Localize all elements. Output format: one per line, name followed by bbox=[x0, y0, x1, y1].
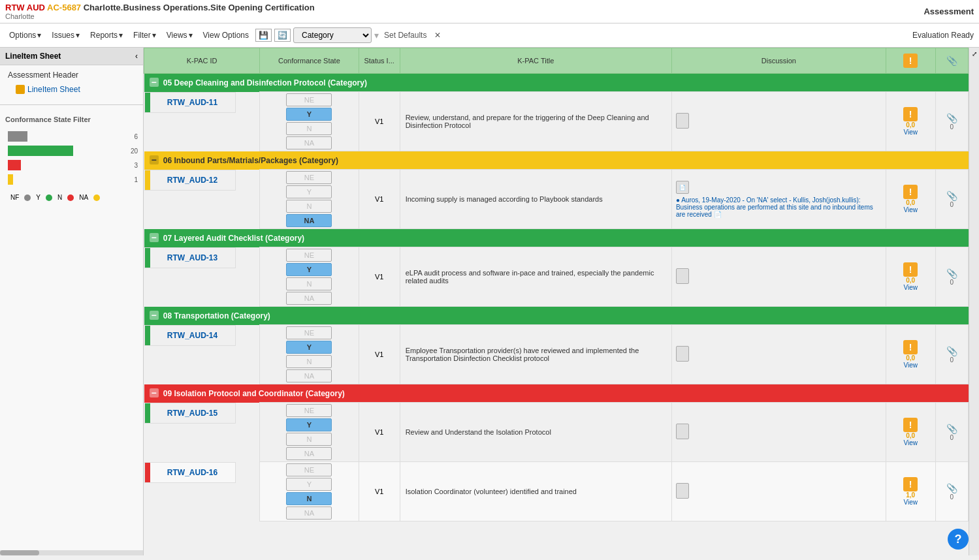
conf-n-aud14[interactable]: N bbox=[286, 355, 332, 368]
issues-button[interactable]: Issues ▾ bbox=[48, 29, 84, 41]
sidebar-scrollbar-thumb[interactable] bbox=[0, 550, 39, 555]
warning-icon-aud16[interactable]: ! bbox=[903, 477, 918, 491]
view-link-aud15[interactable]: View bbox=[903, 439, 918, 446]
conf-y-aud11[interactable]: Y bbox=[286, 108, 332, 121]
save-icon-button[interactable]: 💾 bbox=[255, 29, 272, 42]
category-collapse-05[interactable]: − bbox=[150, 78, 159, 87]
reports-button[interactable]: Reports ▾ bbox=[86, 29, 127, 41]
options-button[interactable]: Options ▾ bbox=[5, 29, 45, 41]
set-defaults-button[interactable]: Set Defaults bbox=[381, 29, 429, 41]
doc-icon-aud13[interactable] bbox=[676, 268, 689, 284]
sidebar-item-lineitem-sheet[interactable]: LineItem Sheet bbox=[0, 82, 143, 97]
header-paperclip-icon: 📎 bbox=[946, 55, 957, 66]
warning-icon-aud14[interactable]: ! bbox=[903, 340, 918, 354]
conf-y-aud15[interactable]: Y bbox=[286, 418, 332, 431]
content-area[interactable]: K-PAC ID Conformance State Status I... K… bbox=[144, 48, 969, 555]
conf-y-aud14[interactable]: Y bbox=[286, 341, 332, 354]
conf-n-aud12[interactable]: N bbox=[286, 200, 332, 213]
doc-icon-aud11[interactable] bbox=[676, 113, 689, 129]
conf-ne-aud15[interactable]: NE bbox=[286, 404, 332, 417]
conf-ne-aud16[interactable]: NE bbox=[286, 463, 332, 476]
warning-icon-aud13[interactable]: ! bbox=[903, 262, 918, 277]
kpac-id-link-aud16[interactable]: RTW_AUD-16 bbox=[167, 468, 217, 477]
warning-cell-aud14: ! 0,0 View bbox=[886, 325, 935, 384]
sidebar-header: LineItem Sheet ‹ bbox=[0, 48, 143, 65]
conf-ne-aud14[interactable]: NE bbox=[286, 326, 332, 339]
restore-icon-button[interactable]: 🔄 bbox=[274, 29, 291, 42]
sidebar-collapse-button[interactable]: ‹ bbox=[135, 52, 138, 61]
warning-icon-aud11[interactable]: ! bbox=[903, 107, 918, 121]
view-link-aud12[interactable]: View bbox=[903, 206, 918, 213]
conf-y-aud16[interactable]: Y bbox=[286, 478, 332, 491]
filter-button[interactable]: Filter ▾ bbox=[129, 29, 160, 41]
view-link-aud11[interactable]: View bbox=[903, 129, 918, 136]
conf-ne-aud11[interactable]: NE bbox=[286, 93, 332, 106]
views-button[interactable]: Views ▾ bbox=[163, 29, 197, 41]
conformance-options-aud12: NE Y N NA bbox=[261, 171, 357, 227]
warning-icon-aud15[interactable]: ! bbox=[903, 418, 918, 432]
legend-n-label: N bbox=[57, 194, 62, 201]
eval-ready-label: Evaluation Ready bbox=[912, 31, 974, 40]
paperclip-icon-aud16[interactable]: 📎 bbox=[946, 483, 957, 493]
paperclip-icon-aud14[interactable]: 📎 bbox=[946, 346, 957, 356]
legend-na-label: NA bbox=[79, 194, 88, 201]
view-link-aud16[interactable]: View bbox=[903, 499, 918, 506]
header-kpac-title: K-PAC Title bbox=[400, 48, 671, 74]
category-row-07: − 07 Layered Audit Checklist (Category) bbox=[144, 229, 969, 247]
sidebar-scrollbar[interactable] bbox=[0, 550, 143, 555]
paperclip-icon-aud11[interactable]: 📎 bbox=[946, 113, 957, 123]
view-options-button[interactable]: View Options bbox=[199, 29, 253, 41]
sidebar-item-assessment-header[interactable]: Assessment Header bbox=[0, 68, 143, 82]
expand-right-button[interactable]: ⤢ bbox=[969, 48, 979, 60]
count-view-aud11: 0,0 View bbox=[889, 121, 933, 136]
category-collapse-09[interactable]: − bbox=[150, 388, 159, 397]
category-collapse-06[interactable]: − bbox=[150, 155, 159, 164]
conf-ne-aud12[interactable]: NE bbox=[286, 171, 332, 184]
doc-icon-aud16[interactable] bbox=[676, 483, 689, 499]
clear-defaults-button[interactable]: ✕ bbox=[432, 29, 443, 41]
kpac-id-link-aud12[interactable]: RTW_AUD-12 bbox=[167, 176, 217, 185]
count-view-aud13: 0,0 View bbox=[889, 277, 933, 291]
conformance-options-aud16: NE Y N NA bbox=[261, 463, 357, 520]
conf-na-aud13[interactable]: NA bbox=[286, 292, 332, 305]
conf-na-aud16[interactable]: NA bbox=[286, 506, 332, 520]
category-select[interactable]: Category bbox=[293, 27, 372, 43]
doc-icon-aud14[interactable] bbox=[676, 346, 689, 362]
category-collapse-07[interactable]: − bbox=[150, 233, 159, 242]
doc-icon-aud12[interactable]: 📄 bbox=[676, 181, 689, 194]
conformance-options-aud15: NE Y N NA bbox=[261, 404, 357, 460]
category-collapse-08[interactable]: − bbox=[150, 311, 159, 320]
kpac-id-link-aud11[interactable]: RTW_AUD-11 bbox=[167, 98, 217, 107]
stripe-yellow bbox=[145, 170, 150, 190]
conf-na-aud14[interactable]: NA bbox=[286, 369, 332, 382]
help-button[interactable]: ? bbox=[948, 529, 969, 550]
legend-nf-label: NF bbox=[10, 194, 19, 201]
paperclip-icon-aud13[interactable]: 📎 bbox=[946, 268, 957, 279]
view-link-aud13[interactable]: View bbox=[903, 284, 918, 291]
paperclip-icon-aud15[interactable]: 📎 bbox=[946, 424, 957, 434]
paperclip-icon-aud12[interactable]: 📎 bbox=[946, 191, 957, 201]
category-row-05: − 05 Deep Cleaning and Disinfection Prot… bbox=[144, 74, 969, 92]
warning-icon-aud12[interactable]: ! bbox=[903, 185, 918, 199]
doc-icon-aud15[interactable] bbox=[676, 424, 689, 439]
chevron-down-icon: ▾ bbox=[152, 31, 156, 40]
conf-na-aud11[interactable]: NA bbox=[286, 136, 332, 149]
view-link-aud14[interactable]: View bbox=[903, 362, 918, 369]
attach-count-aud12: 0 bbox=[939, 201, 965, 208]
conf-ne-aud13[interactable]: NE bbox=[286, 249, 332, 262]
category-label-07: − 07 Layered Audit Checklist (Category) bbox=[144, 229, 969, 247]
conf-y-aud12[interactable]: Y bbox=[286, 185, 332, 198]
conf-na-aud12[interactable]: NA bbox=[286, 214, 332, 227]
kpac-id-link-aud15[interactable]: RTW_AUD-15 bbox=[167, 409, 217, 418]
conf-n-aud11[interactable]: N bbox=[286, 122, 332, 135]
conf-n-aud16[interactable]: N bbox=[286, 492, 332, 505]
conf-na-aud15[interactable]: NA bbox=[286, 447, 332, 460]
conf-n-aud13[interactable]: N bbox=[286, 277, 332, 290]
conf-y-aud13[interactable]: Y bbox=[286, 263, 332, 276]
sidebar-nav: Assessment Header LineItem Sheet bbox=[0, 65, 143, 99]
discussion-cell-aud13 bbox=[671, 247, 886, 307]
kpac-id-link-aud13[interactable]: RTW_AUD-13 bbox=[167, 253, 217, 262]
conf-n-aud15[interactable]: N bbox=[286, 433, 332, 446]
kpac-id-link-aud14[interactable]: RTW_AUD-14 bbox=[167, 331, 217, 340]
conformance-options-aud11: NE Y N NA bbox=[261, 93, 357, 149]
